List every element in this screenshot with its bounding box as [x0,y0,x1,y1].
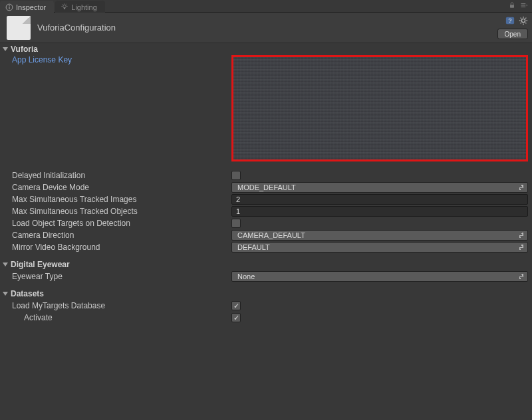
camera-device-mode-dropdown[interactable]: MODE_DEFAULT [231,182,528,193]
gear-icon[interactable] [519,16,528,27]
camera-direction-value: CAMERA_DEFAULT [237,231,305,239]
lighting-icon [61,3,68,11]
svg-point-3 [63,5,66,8]
svg-point-17 [521,19,525,22]
file-icon [7,16,31,40]
foldout-icon [3,262,8,266]
load-mytargets-checkbox[interactable] [231,301,241,310]
load-object-targets-checkbox[interactable] [231,219,241,228]
tab-bar: Inspector Lighting [0,0,532,13]
svg-line-25 [525,18,526,19]
section-digital-eyewear-header[interactable]: Digital Eyewear [0,259,532,270]
svg-line-8 [63,4,63,5]
svg-point-1 [9,5,10,7]
asset-title: VuforiaConfiguration [37,23,116,33]
max-objects-field[interactable]: 1 [231,206,528,217]
section-digital-eyewear-title: Digital Eyewear [11,260,70,269]
activate-checkbox[interactable] [231,313,241,322]
foldout-icon [3,292,8,296]
help-icon[interactable]: ? [505,16,515,27]
open-button[interactable]: Open [497,29,528,39]
eyewear-type-value: None [237,272,255,280]
section-vuforia-header[interactable]: Vuforia [0,43,532,55]
svg-line-24 [521,23,521,23]
max-objects-value: 1 [236,207,240,215]
svg-line-9 [66,4,67,5]
tab-inspector[interactable]: Inspector [0,1,54,13]
camera-direction-dropdown[interactable]: CAMERA_DEFAULT [231,230,528,241]
asset-header: VuforiaConfiguration ? Open [0,13,532,43]
max-images-label: Max Simultaneous Tracked Images [12,195,231,204]
tab-lighting[interactable]: Lighting [55,1,105,13]
svg-rect-11 [521,3,526,4]
redacted-license-overlay [233,57,526,159]
svg-rect-2 [9,7,9,9]
camera-direction-label: Camera Direction [12,231,231,240]
foldout-icon [3,47,8,51]
app-license-key-label[interactable]: App License Key [12,55,231,64]
svg-rect-4 [64,8,65,9]
max-images-value: 2 [236,195,240,203]
tab-inspector-label: Inspector [16,3,46,11]
mirror-video-label: Mirror Video Background [12,243,231,252]
eyewear-type-label: Eyewear Type [12,272,231,281]
section-datasets-header[interactable]: Datasets [0,288,532,300]
popup-menu-icon[interactable] [520,1,528,11]
camera-device-mode-value: MODE_DEFAULT [237,183,296,191]
activate-label: Activate [24,313,231,322]
load-object-targets-label: Load Object Targets on Detection [12,219,231,228]
svg-line-22 [521,18,521,19]
section-datasets-title: Datasets [11,289,44,298]
svg-rect-13 [521,6,526,7]
max-objects-label: Max Simultaneous Tracked Objects [12,207,231,216]
load-mytargets-label: Load MyTargets Database [12,301,231,310]
svg-line-23 [525,23,526,23]
info-icon [5,3,13,11]
max-images-field[interactable]: 2 [231,194,528,205]
section-vuforia-title: Vuforia [11,45,38,54]
svg-text:?: ? [509,17,512,24]
eyewear-type-dropdown[interactable]: None [231,271,528,282]
mirror-video-dropdown[interactable]: DEFAULT [231,242,528,253]
delayed-init-checkbox[interactable] [231,171,241,180]
delayed-init-label: Delayed Initialization [12,171,231,180]
app-license-key-field[interactable] [231,55,528,161]
open-button-label: Open [505,31,521,38]
svg-rect-10 [510,5,514,8]
lock-icon[interactable] [508,1,516,11]
tab-lighting-label: Lighting [71,3,97,11]
mirror-video-value: DEFAULT [237,243,270,251]
svg-marker-14 [527,4,528,6]
svg-rect-12 [521,5,526,5]
camera-device-mode-label: Camera Device Mode [12,183,231,192]
